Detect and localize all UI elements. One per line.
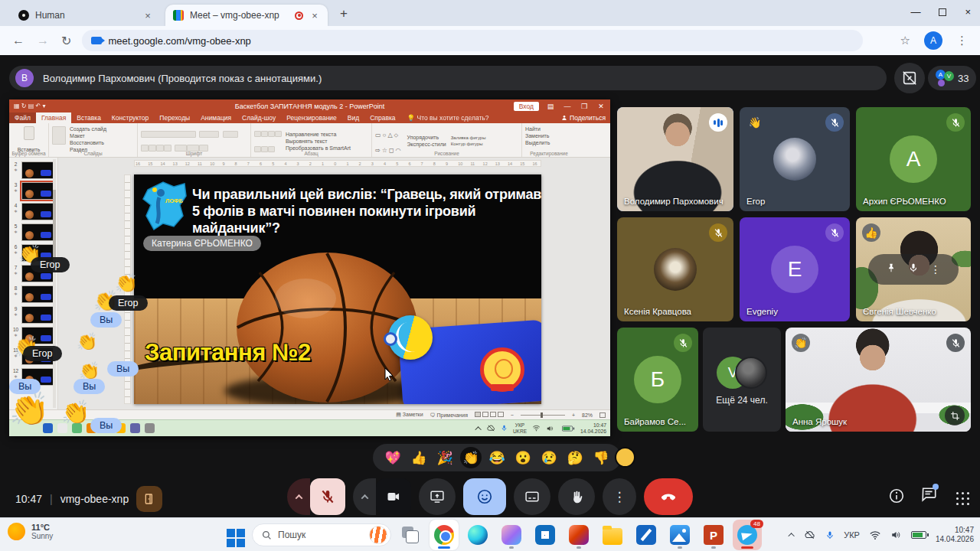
forward-icon[interactable]: → bbox=[37, 34, 49, 47]
participant-tile[interactable]: EEvgeniy bbox=[740, 217, 850, 321]
slide-thumbnail-image[interactable] bbox=[21, 244, 54, 262]
ppt-quick-access-icons[interactable]: ▦ ↻ ▤ ↶ ▾ bbox=[14, 103, 45, 109]
breakout-room-button[interactable] bbox=[136, 486, 162, 512]
taskbar-app-telegram[interactable]: 48 bbox=[733, 520, 762, 550]
slide-thumbnail-image[interactable] bbox=[21, 203, 54, 220]
zoom-out-icon[interactable]: − bbox=[511, 412, 514, 418]
present-button[interactable] bbox=[419, 478, 456, 515]
reaction-button-3[interactable]: 👏 bbox=[460, 447, 482, 468]
slide-thumbnail-image[interactable] bbox=[21, 368, 54, 386]
mic-mute-button[interactable] bbox=[310, 478, 345, 515]
slideshow-view-icon[interactable] bbox=[498, 412, 504, 417]
ppt-tab-8[interactable]: Вид bbox=[342, 112, 364, 123]
reaction-button-5[interactable]: 😮 bbox=[512, 447, 534, 468]
task-view-button[interactable] bbox=[396, 520, 425, 550]
mic-tray-icon[interactable] bbox=[825, 530, 835, 541]
camera-button[interactable] bbox=[376, 478, 411, 515]
clock[interactable]: 10:4714.04.2026 bbox=[936, 526, 974, 545]
taskbar-search[interactable]: Пошук bbox=[252, 523, 391, 546]
participant-tile[interactable]: ААрхип ЄРЬОМЕНКО bbox=[856, 107, 971, 211]
mic-tray-icon[interactable] bbox=[501, 424, 508, 432]
slide-thumbnail-image[interactable] bbox=[21, 347, 54, 365]
ppt-close-button[interactable]: ✕ bbox=[596, 103, 606, 110]
reaction-button-8[interactable]: 👎 bbox=[590, 447, 612, 468]
new-tab-button[interactable]: + bbox=[335, 6, 352, 21]
zoom-in-icon[interactable]: + bbox=[572, 412, 575, 418]
slide-canvas[interactable]: ЛОФБ Чи правильний цей вислів: “Гравець,… bbox=[134, 174, 541, 404]
bookmark-icon[interactable]: ☆ bbox=[900, 34, 910, 47]
browser-menu-icon[interactable]: ⋮ bbox=[956, 34, 968, 47]
participant-tile[interactable]: VЕщё 24 чел. bbox=[703, 328, 781, 432]
onedrive-off-icon[interactable] bbox=[487, 424, 495, 432]
taskbar-app-chrome[interactable] bbox=[430, 520, 459, 550]
window-minimize-button[interactable]: — bbox=[910, 6, 920, 18]
taskbar-app-powerpoint[interactable] bbox=[699, 520, 728, 550]
slide-thumbnail-7[interactable]: 7∗ bbox=[12, 265, 55, 282]
slide-thumbnail-image[interactable] bbox=[21, 182, 54, 200]
slide-thumbnail-2[interactable]: 2∗ bbox=[12, 161, 55, 179]
reaction-button-1[interactable]: 👍 bbox=[408, 447, 430, 468]
ppt-slide-panel-scrollbar[interactable] bbox=[53, 159, 56, 408]
profile-avatar[interactable]: A bbox=[924, 31, 942, 50]
ppt-tell-me[interactable]: 💡 Что вы хотите сделать? bbox=[401, 112, 495, 123]
captions-button[interactable] bbox=[514, 478, 550, 515]
ppt-tab-0[interactable]: Файл bbox=[9, 112, 36, 123]
ppt-tab-3[interactable]: Конструктор bbox=[106, 112, 154, 123]
more-icon[interactable]: ⋮ bbox=[930, 263, 941, 276]
slide-thumbnail-image[interactable] bbox=[21, 265, 54, 282]
taskbar-app-office[interactable] bbox=[564, 520, 593, 550]
ppt-restore-button[interactable]: ❒ bbox=[579, 103, 590, 110]
back-icon[interactable]: ← bbox=[12, 34, 24, 47]
ppt-slide-panel[interactable]: 2∗3∗4∗5∗6∗7∗8∗9∗10∗11∗12∗ bbox=[9, 158, 58, 409]
ppt-tab-2[interactable]: Вставка bbox=[71, 112, 106, 123]
slide-thumbnail-4[interactable]: 4∗ bbox=[12, 203, 55, 220]
slide-thumbnail-5[interactable]: 5∗ bbox=[12, 223, 55, 241]
start-button[interactable] bbox=[218, 520, 247, 550]
reaction-button-7[interactable]: 🤔 bbox=[564, 447, 586, 468]
participant-tile[interactable]: ББайрамов Се... bbox=[617, 328, 698, 432]
ppt-share-button[interactable]: Поделиться bbox=[561, 112, 606, 123]
annotations-off-button[interactable] bbox=[894, 63, 925, 93]
tab-close-icon[interactable]: × bbox=[142, 10, 153, 21]
volume-icon[interactable] bbox=[890, 530, 902, 540]
pin-icon[interactable] bbox=[886, 262, 897, 276]
slide-thumbnail-image[interactable] bbox=[21, 327, 54, 344]
language-indicator[interactable]: УКРUKRE bbox=[513, 422, 527, 433]
zoom-level[interactable]: 82% bbox=[582, 412, 593, 418]
reload-icon[interactable]: ↻ bbox=[61, 34, 71, 48]
zoom-slider[interactable] bbox=[521, 415, 565, 416]
language-indicator[interactable]: УКР bbox=[844, 530, 860, 540]
participants-count-button[interactable]: AV 33 bbox=[928, 66, 976, 90]
ppt-tab-1[interactable]: Главная bbox=[36, 112, 71, 123]
ppt-tab-6[interactable]: Слайд-шоу bbox=[237, 112, 281, 123]
activities-button[interactable] bbox=[952, 488, 968, 504]
ppt-tab-9[interactable]: Справка bbox=[364, 112, 400, 123]
tray-chevron-icon[interactable] bbox=[475, 426, 481, 432]
taskbar-app-photos[interactable] bbox=[665, 520, 694, 550]
ppt-tab-4[interactable]: Переходы bbox=[154, 112, 195, 123]
participant-tile[interactable]: Євгенія Шевченко👍⋮ bbox=[856, 217, 971, 321]
tab-meet[interactable]: Meet – vmg-obee-xnp × bbox=[165, 5, 328, 26]
paste-icon[interactable] bbox=[24, 126, 34, 140]
sorter-view-icon[interactable] bbox=[482, 412, 488, 417]
slide-thumbnail-9[interactable]: 9∗ bbox=[12, 306, 55, 324]
slide-thumbnail-6[interactable]: 6∗ bbox=[12, 244, 55, 262]
wifi-icon[interactable] bbox=[532, 425, 541, 432]
reaction-button-0[interactable]: 💖 bbox=[382, 447, 403, 468]
shared-screen-powerpoint[interactable]: ▦ ↻ ▤ ↶ ▾ Баскетбол ЗАПИТАННЯ модуль 2 -… bbox=[9, 99, 610, 436]
normal-view-icon[interactable] bbox=[475, 412, 481, 417]
ppt-ribbon-options-icon[interactable]: ▤ bbox=[545, 103, 556, 110]
ppt-tab-7[interactable]: Рецензирование bbox=[281, 112, 342, 123]
shared-clock[interactable]: 10:4714.04.2026 bbox=[580, 422, 606, 435]
taskbar-app-tools[interactable] bbox=[632, 520, 661, 550]
reading-view-icon[interactable] bbox=[490, 412, 496, 417]
onedrive-off-icon[interactable] bbox=[804, 530, 816, 540]
participant-tile[interactable]: Егор👋 bbox=[740, 107, 850, 211]
address-bar[interactable]: meet.google.com/vmg-obee-xnp bbox=[82, 30, 863, 51]
taskbar-app-explorer[interactable] bbox=[598, 520, 627, 550]
ppt-tab-5[interactable]: Анимация bbox=[195, 112, 237, 123]
participant-tile[interactable]: Ксенія Кравцова bbox=[617, 217, 733, 321]
ppt-signin-button[interactable]: Вход bbox=[514, 102, 539, 111]
tile-hover-controls[interactable]: ⋮ bbox=[868, 254, 959, 285]
chat-button[interactable] bbox=[920, 486, 937, 506]
